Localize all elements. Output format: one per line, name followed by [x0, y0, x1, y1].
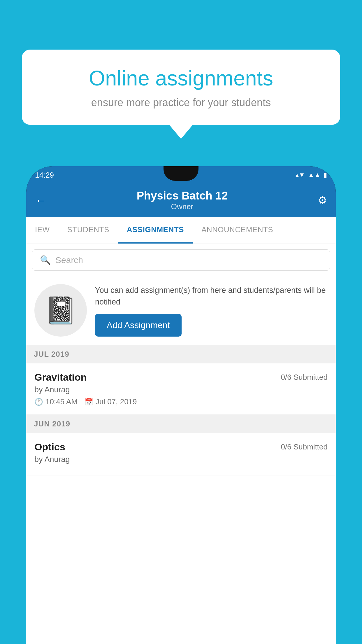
calendar-icon: 📅: [85, 398, 93, 406]
assignment-item-optics[interactable]: Optics 0/6 Submitted by Anurag: [26, 433, 336, 475]
promo-icon-wrap: 📓: [34, 284, 87, 337]
assignment-item-gravitation[interactable]: Gravitation 0/6 Submitted by Anurag 🕐 10…: [26, 363, 336, 415]
status-bar: 14:29 ▴▼ ▲▲ ▮: [26, 166, 336, 184]
gear-icon[interactable]: ⚙: [318, 194, 327, 206]
promo-text: You can add assignment(s) from here and …: [95, 284, 328, 308]
signal-icon: ▲▲: [308, 171, 321, 179]
bubble-title: Online assignments: [39, 66, 323, 91]
assignment-name-optics: Optics: [34, 441, 65, 453]
assignment-row1-optics: Optics 0/6 Submitted: [34, 441, 328, 453]
assignment-notebook-icon: 📓: [44, 295, 77, 326]
phone-container: 14:29 ▴▼ ▲▲ ▮ ← Physics Batch 12 Owner ⚙…: [26, 166, 336, 644]
battery-icon: ▮: [324, 171, 327, 179]
clock-icon: 🕐: [34, 398, 43, 406]
meta-time-value: 10:45 AM: [45, 397, 78, 406]
search-container: 🔍 Search: [26, 244, 336, 276]
header-center: Physics Batch 12 Owner: [47, 190, 318, 211]
header-subtitle: Owner: [47, 202, 318, 211]
status-icons: ▴▼ ▲▲ ▮: [296, 171, 327, 179]
bubble-subtitle: ensure more practice for your students: [39, 97, 323, 109]
assignment-by: by Anurag: [34, 385, 328, 394]
back-button[interactable]: ←: [35, 194, 47, 207]
search-placeholder: Search: [55, 255, 83, 265]
tab-iew[interactable]: IEW: [26, 217, 59, 244]
status-time: 14:29: [35, 171, 54, 180]
header-title: Physics Batch 12: [47, 190, 318, 202]
meta-time: 🕐 10:45 AM: [34, 397, 78, 406]
tabs-bar: IEW STUDENTS ASSIGNMENTS ANNOUNCEMENTS: [26, 217, 336, 244]
assignment-meta: 🕐 10:45 AM 📅 Jul 07, 2019: [34, 397, 328, 406]
search-icon: 🔍: [40, 255, 51, 265]
speech-bubble: Online assignments ensure more practice …: [22, 50, 340, 125]
tab-assignments[interactable]: ASSIGNMENTS: [118, 217, 193, 244]
assignment-promo: 📓 You can add assignment(s) from here an…: [26, 276, 336, 345]
search-bar[interactable]: 🔍 Search: [32, 249, 330, 271]
meta-date-value: Jul 07, 2019: [96, 397, 137, 406]
wifi-icon: ▴▼: [296, 171, 305, 179]
assignment-row1: Gravitation 0/6 Submitted: [34, 372, 328, 383]
section-header-jun2019: JUN 2019: [26, 415, 336, 433]
tab-students[interactable]: STUDENTS: [59, 217, 118, 244]
phone-frame: 14:29 ▴▼ ▲▲ ▮ ← Physics Batch 12 Owner ⚙…: [26, 166, 336, 644]
tab-announcements[interactable]: ANNOUNCEMENTS: [193, 217, 282, 244]
notch: [164, 166, 198, 181]
app-header: ← Physics Batch 12 Owner ⚙: [26, 184, 336, 217]
assignment-submitted-optics: 0/6 Submitted: [281, 442, 328, 452]
meta-date: 📅 Jul 07, 2019: [85, 397, 137, 406]
promo-right: You can add assignment(s) from here and …: [95, 284, 328, 337]
section-header-jul2019: JUL 2019: [26, 345, 336, 363]
add-assignment-button[interactable]: Add Assignment: [95, 314, 182, 337]
assignment-by-optics: by Anurag: [34, 455, 328, 464]
assignment-submitted: 0/6 Submitted: [281, 373, 328, 382]
phone-body: 🔍 Search 📓 You can add assignment(s) fro…: [26, 244, 336, 644]
assignment-name: Gravitation: [34, 372, 87, 383]
